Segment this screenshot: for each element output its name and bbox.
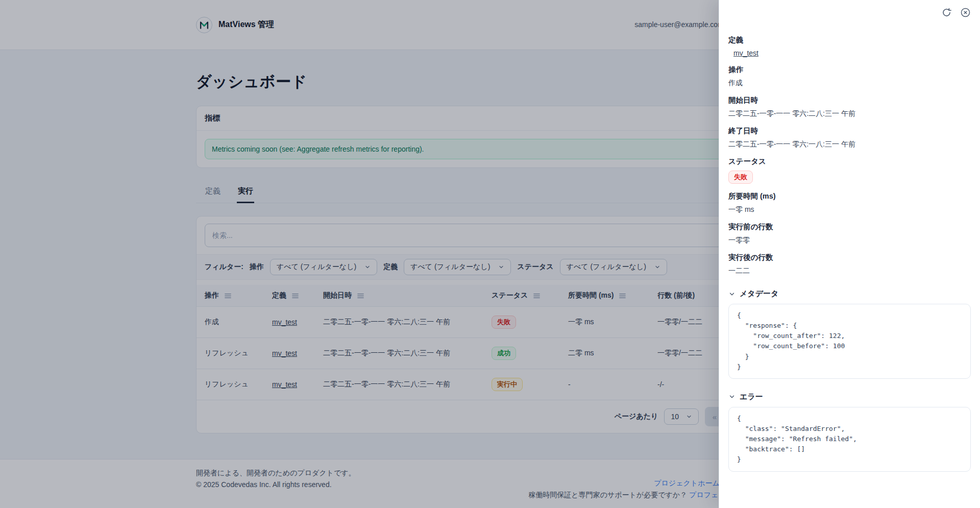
- rows-after-value: 一二二: [728, 267, 971, 276]
- started-at-label: 開始日時: [728, 95, 971, 105]
- drawer-toolbar: [728, 6, 971, 18]
- status-badge: 失敗: [728, 171, 753, 184]
- error-json: { "class": "StandardError", "message": "…: [728, 407, 971, 472]
- error-section-title: エラー: [740, 392, 763, 402]
- refresh-button[interactable]: [941, 7, 952, 18]
- definition-label: 定義: [728, 35, 971, 45]
- chevron-down-icon: [728, 393, 736, 400]
- metadata-json: { "response": { "row_count_after": 122, …: [728, 304, 971, 379]
- rows-after-label: 実行後の行数: [728, 253, 971, 262]
- drawer-body: 定義 mv_test 操作 作成 開始日時 二零二五-一零-一一 零六:二八:三…: [728, 35, 971, 472]
- definition-link[interactable]: mv_test: [733, 49, 758, 57]
- chevron-down-icon: [728, 291, 736, 298]
- duration-label: 所要時間 (ms): [728, 191, 971, 201]
- error-section-toggle[interactable]: エラー: [728, 392, 971, 402]
- ended-at-label: 終了日時: [728, 126, 971, 136]
- operation-label: 操作: [728, 65, 971, 75]
- execution-detail-drawer: 定義 mv_test 操作 作成 開始日時 二零二五-一零-一一 零六:二八:三…: [719, 0, 980, 508]
- rows-before-label: 実行前の行数: [728, 222, 971, 232]
- started-at-value: 二零二五-一零-一一 零六:二八:三一 午前: [728, 109, 971, 118]
- rows-before-value: 一零零: [728, 236, 971, 245]
- status-label: ステータス: [728, 157, 971, 166]
- ended-at-value: 二零二五-一零-一一 零六:一八:三一 午前: [728, 140, 971, 149]
- operation-value: 作成: [728, 79, 971, 88]
- metadata-section-toggle[interactable]: メタデータ: [728, 289, 971, 299]
- duration-value: 一零 ms: [728, 205, 971, 214]
- metadata-section-title: メタデータ: [740, 289, 778, 299]
- close-drawer-button[interactable]: [960, 7, 971, 18]
